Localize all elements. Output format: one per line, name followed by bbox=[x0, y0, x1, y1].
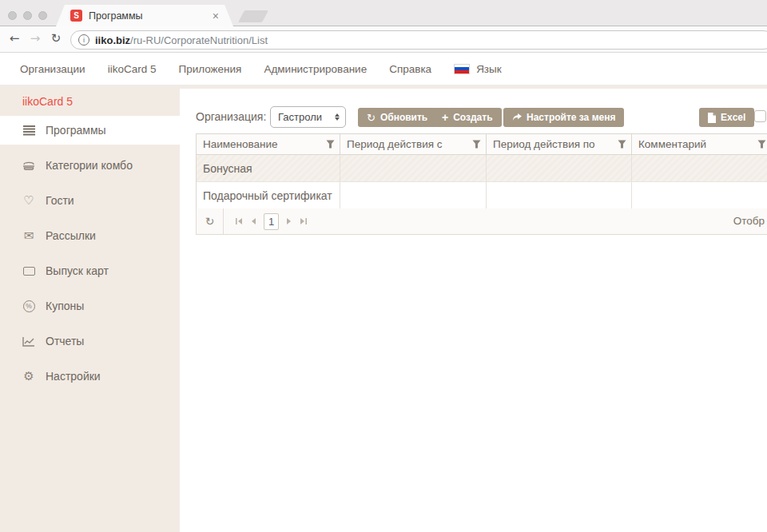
sidebar-item-label: Гости bbox=[46, 194, 74, 207]
site-favicon-icon: S bbox=[70, 10, 82, 22]
url-text: iiko.biz/ru-RU/CorporateNutrition/List bbox=[95, 34, 268, 46]
column-header-period-to[interactable]: Период действия по bbox=[487, 134, 632, 154]
cell-period-from bbox=[340, 155, 487, 181]
filter-icon[interactable] bbox=[472, 140, 481, 149]
nav-item-iikocard[interactable]: iikoCard 5 bbox=[108, 63, 157, 75]
nav-item-administration[interactable]: Администрирование bbox=[264, 63, 367, 75]
url-domain: iiko.biz bbox=[95, 34, 130, 46]
tab-close-icon[interactable]: × bbox=[213, 10, 219, 22]
list-icon bbox=[21, 125, 37, 136]
nav-item-label: iikoCard 5 bbox=[108, 63, 157, 75]
sidebar-item-mailings[interactable]: ✉ Рассылки bbox=[0, 221, 180, 250]
gear-icon: ⚙ bbox=[21, 369, 37, 383]
cell-comment bbox=[632, 155, 767, 181]
table-header-row: Наименование Период действия с Период де… bbox=[197, 134, 767, 155]
nav-item-applications[interactable]: Приложения bbox=[178, 63, 241, 75]
pager-status-text: Отобр bbox=[733, 215, 765, 227]
column-header-comment[interactable]: Комментарий bbox=[632, 134, 767, 154]
organization-select[interactable]: Гастроли bbox=[270, 106, 346, 128]
filter-icon[interactable] bbox=[618, 140, 626, 149]
sidebar-menu: Программы Категории комбо ♡ Гости ✉ Расс… bbox=[0, 116, 180, 397]
sidebar-item-label: Программы bbox=[46, 124, 106, 137]
forward-arrow-icon bbox=[512, 113, 522, 121]
excel-button-label: Excel bbox=[721, 112, 745, 123]
sidebar-item-label: Настройки bbox=[46, 370, 101, 383]
browser-toolbar: ← → ↻ i iiko.biz/ru-RU/CorporateNutritio… bbox=[0, 26, 767, 53]
column-header-label: Период действия с bbox=[347, 138, 442, 150]
column-header-name[interactable]: Наименование bbox=[197, 134, 340, 154]
card-icon bbox=[21, 267, 37, 276]
nav-item-help[interactable]: Справка bbox=[389, 63, 431, 75]
browser-tab-strip: S Программы × bbox=[0, 0, 767, 26]
site-navigation: Организации iikoCard 5 Приложения Админи… bbox=[0, 53, 767, 85]
cell-name: Подарочный сертификат bbox=[197, 182, 340, 209]
cell-name: Бонусная bbox=[197, 155, 340, 181]
pager-refresh-icon[interactable]: ↻ bbox=[197, 208, 224, 234]
forward-icon[interactable]: → bbox=[27, 31, 43, 46]
programs-table: Наименование Период действия с Период де… bbox=[196, 133, 767, 210]
create-button[interactable]: + Создать bbox=[433, 108, 502, 127]
column-header-label: Период действия по bbox=[493, 138, 595, 150]
cell-period-to bbox=[487, 182, 632, 209]
setup-for-me-button[interactable]: Настройте за меня bbox=[503, 108, 624, 127]
table-row[interactable]: Подарочный сертификат bbox=[197, 182, 767, 209]
sidebar-item-programs[interactable]: Программы bbox=[0, 116, 180, 145]
excel-option-checkbox[interactable] bbox=[754, 110, 766, 122]
window-close-button[interactable] bbox=[8, 11, 17, 20]
cell-period-from bbox=[340, 182, 487, 209]
excel-export-button[interactable]: Excel bbox=[699, 108, 754, 127]
url-path: /ru-RU/CorporateNutrition/List bbox=[130, 34, 268, 46]
nav-item-label: Язык bbox=[476, 63, 502, 75]
window-minimize-button[interactable] bbox=[23, 11, 32, 20]
filter-icon[interactable] bbox=[757, 140, 766, 149]
organization-label: Организация: bbox=[196, 110, 266, 123]
window-zoom-button[interactable] bbox=[38, 11, 47, 20]
heart-icon: ♡ bbox=[21, 193, 37, 208]
nav-item-label: Приложения bbox=[178, 63, 241, 75]
sidebar-item-label: Купоны bbox=[46, 300, 84, 312]
reload-icon[interactable]: ↻ bbox=[48, 31, 64, 46]
back-icon[interactable]: ← bbox=[6, 31, 22, 46]
sidebar-item-settings[interactable]: ⚙ Настройки bbox=[0, 362, 180, 391]
sidebar-item-combo-categories[interactable]: Категории комбо bbox=[0, 151, 180, 180]
sidebar-item-coupons[interactable]: % Купоны bbox=[0, 292, 180, 320]
sidebar-item-reports[interactable]: Отчеты bbox=[0, 327, 180, 355]
last-page-icon[interactable] bbox=[300, 217, 308, 225]
nav-item-language[interactable]: Язык bbox=[454, 63, 502, 75]
filter-icon[interactable] bbox=[326, 140, 335, 149]
percent-icon: % bbox=[21, 300, 37, 312]
table-pager: ↻ 1 Отобр bbox=[196, 208, 767, 235]
sidebar-item-label: Категории комбо bbox=[46, 159, 133, 172]
envelope-icon: ✉ bbox=[21, 228, 37, 243]
chart-icon bbox=[21, 336, 37, 347]
content-top-strip bbox=[180, 85, 767, 89]
refresh-button[interactable]: ↻ Обновить bbox=[358, 108, 436, 127]
next-page-icon[interactable] bbox=[286, 217, 292, 225]
sidebar-item-label: Отчеты bbox=[46, 335, 84, 347]
nav-item-organizations[interactable]: Организации bbox=[20, 63, 85, 75]
refresh-button-label: Обновить bbox=[380, 112, 427, 123]
tab-title: Программы bbox=[89, 10, 213, 22]
organization-select-value: Гастроли bbox=[278, 111, 331, 123]
new-tab-button[interactable] bbox=[238, 10, 268, 22]
address-bar[interactable]: i iiko.biz/ru-RU/CorporateNutrition/List bbox=[70, 30, 767, 50]
sidebar-heading: iikoCard 5 bbox=[22, 95, 73, 108]
column-header-period-from[interactable]: Период действия с bbox=[340, 134, 487, 154]
sidebar-item-card-issue[interactable]: Выпуск карт bbox=[0, 256, 180, 285]
page-info-icon[interactable]: i bbox=[78, 34, 89, 46]
browser-window: S Программы × ← → ↻ i iiko.biz/ru-RU/Cor… bbox=[0, 0, 767, 532]
sidebar-item-guests[interactable]: ♡ Гости bbox=[0, 186, 180, 215]
first-page-icon[interactable] bbox=[235, 217, 243, 225]
sidebar-item-label: Рассылки bbox=[46, 229, 96, 242]
current-page-button[interactable]: 1 bbox=[264, 213, 279, 230]
previous-page-icon[interactable] bbox=[250, 217, 256, 225]
main-content: Организация: Гастроли ↻ Обновить + Созда… bbox=[180, 85, 767, 532]
sidebar-item-label: Выпуск карт bbox=[46, 264, 109, 277]
setup-for-me-button-label: Настройте за меня bbox=[527, 112, 615, 123]
browser-tab[interactable]: S Программы × bbox=[56, 5, 233, 26]
refresh-icon: ↻ bbox=[367, 112, 376, 124]
table-row[interactable]: Бонусная bbox=[197, 155, 767, 182]
plus-icon: + bbox=[442, 111, 448, 124]
window-controls bbox=[8, 11, 47, 20]
nav-item-label: Справка bbox=[389, 63, 431, 75]
